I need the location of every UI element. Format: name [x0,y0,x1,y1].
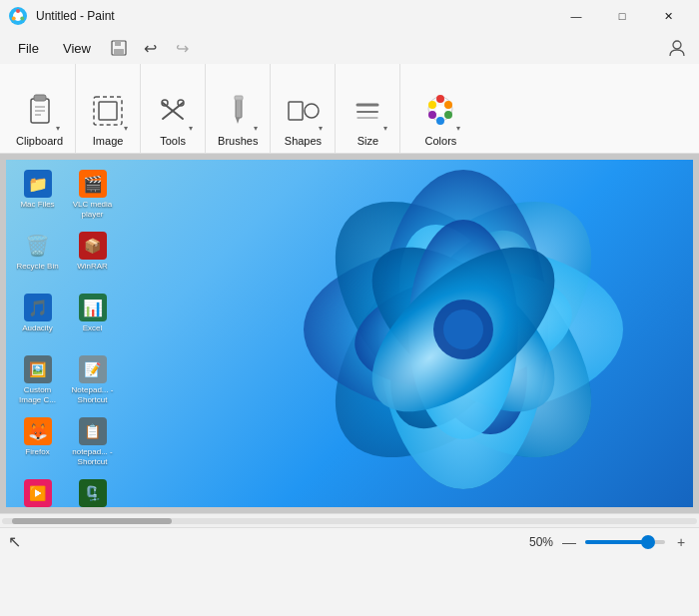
image-label: Image [93,135,124,147]
app-icon [8,6,28,26]
size-icon: ▾ [348,91,387,131]
person-icon [668,39,686,57]
undo-button[interactable]: ↩ [137,34,165,62]
zoom-slider-fill [585,540,648,544]
svg-point-32 [436,117,444,125]
svg-point-2 [16,9,20,13]
tools-label: Tools [160,135,186,147]
svg-rect-6 [115,41,121,46]
menu-view[interactable]: View [53,37,101,60]
horizontal-scrollbar[interactable] [0,513,699,527]
minimize-button[interactable]: — [553,0,599,32]
desktop-icon-macfiles[interactable]: 📁 Mac Files [10,164,65,226]
zoom-percent: 50% [521,535,553,549]
menu-file[interactable]: File [8,37,49,60]
title-bar: Untitled - Paint — □ ✕ [0,0,699,32]
svg-point-49 [443,309,483,349]
svg-point-8 [673,41,681,49]
ribbon-group-clipboard[interactable]: ▾ Clipboard [4,64,76,153]
maximize-button[interactable]: □ [599,0,645,32]
svg-rect-14 [94,97,122,125]
ribbon-group-tools[interactable]: ▾ Tools [141,64,206,153]
svg-marker-21 [236,118,240,124]
svg-point-34 [428,101,436,109]
svg-point-3 [20,17,24,21]
desktop-icons: 📁 Mac Files 🎬 VLC media player 🗑️ Recycl… [10,164,120,507]
save-button[interactable] [105,34,133,62]
svg-rect-15 [99,102,117,120]
svg-rect-10 [34,95,46,101]
status-bar: ↖ 50% — + [0,527,699,555]
shapes-icon: ▾ [283,91,323,131]
desktop-icon-glowplayer[interactable]: ▶️ Glow Player [10,473,65,507]
canvas-inner[interactable]: 📁 Mac Files 🎬 VLC media player 🗑️ Recycl… [6,160,693,507]
svg-point-35 [435,105,445,115]
svg-rect-20 [236,98,242,118]
desktop-icon-audacity[interactable]: 🎵 Audacity [10,288,65,349]
svg-point-29 [436,95,444,103]
shapes-label: Shapes [285,135,322,147]
clipboard-label: Clipboard [16,135,63,147]
scrollbar-track[interactable] [2,518,697,524]
title-controls: — □ ✕ [553,0,691,32]
app-title: Untitled - Paint [36,9,115,23]
svg-rect-22 [235,96,243,100]
svg-rect-23 [289,102,303,120]
image-icon: ▾ [88,91,128,131]
canvas-wrapper: 📁 Mac Files 🎬 VLC media player 🗑️ Recycl… [0,154,699,513]
clipboard-icon: ▾ [20,91,60,131]
desktop-icon-firefox[interactable]: 🦊 Firefox [10,411,65,473]
zoom-slider-track[interactable] [585,540,665,544]
ribbon: ▾ Clipboard ▾ Image ▾ Tools [0,64,699,154]
win11-flower [254,160,673,507]
size-label: Size [357,135,378,147]
close-button[interactable]: ✕ [645,0,691,32]
desktop-icon-notepad1[interactable]: 📝 Notepad... - Shortcut [65,349,120,411]
svg-point-4 [12,17,16,21]
ribbon-group-size[interactable]: ▾ Size [336,64,400,153]
desktop-icon-winrar[interactable]: 📦 WinRAR [65,226,120,288]
ribbon-group-shapes[interactable]: ▾ Shapes [271,64,336,153]
ribbon-group-image[interactable]: ▾ Image [76,64,141,153]
brushes-label: Brushes [218,135,258,147]
desktop-icon-notepad2[interactable]: 📋 notepad... - Shortcut [65,411,120,473]
ribbon-group-brushes[interactable]: ▾ Brushes [206,64,271,153]
svg-point-31 [444,111,452,119]
menu-bar: File View ↩ ↪ [0,32,699,64]
colors-label: Colors [425,135,457,147]
svg-point-24 [305,104,319,118]
svg-point-30 [444,101,452,109]
colors-icon: ▾ [420,91,460,131]
save-icon [111,40,127,56]
desktop-background: 📁 Mac Files 🎬 VLC media player 🗑️ Recycl… [6,160,693,507]
redo-button[interactable]: ↪ [169,34,197,62]
desktop-icon-customimage[interactable]: 🖼️ Custom Image C... [10,349,65,411]
desktop-icon-excel[interactable]: 📊 Excel [65,288,120,349]
zoom-slider-thumb[interactable] [641,535,655,549]
title-left: Untitled - Paint [8,6,115,26]
zoom-minus-button[interactable]: — [559,532,579,552]
cursor-icon: ↖ [8,532,21,551]
desktop-icon-recyclebin[interactable]: 🗑️ Recycle Bin [10,226,65,288]
svg-rect-7 [114,49,124,54]
brushes-icon: ▾ [218,91,258,131]
zoom-plus-button[interactable]: + [671,532,691,552]
profile-button[interactable] [663,34,691,62]
svg-point-33 [428,111,436,119]
ribbon-group-colors[interactable]: ▾ Colors [400,64,480,153]
desktop-icon-vlc[interactable]: 🎬 VLC media player [65,164,120,226]
scrollbar-thumb[interactable] [12,518,172,524]
tools-icon: ▾ [153,91,193,131]
desktop-icon-peazip[interactable]: 🗜️ PeaZip [65,473,120,507]
zoom-controls: 50% — + [521,532,691,552]
